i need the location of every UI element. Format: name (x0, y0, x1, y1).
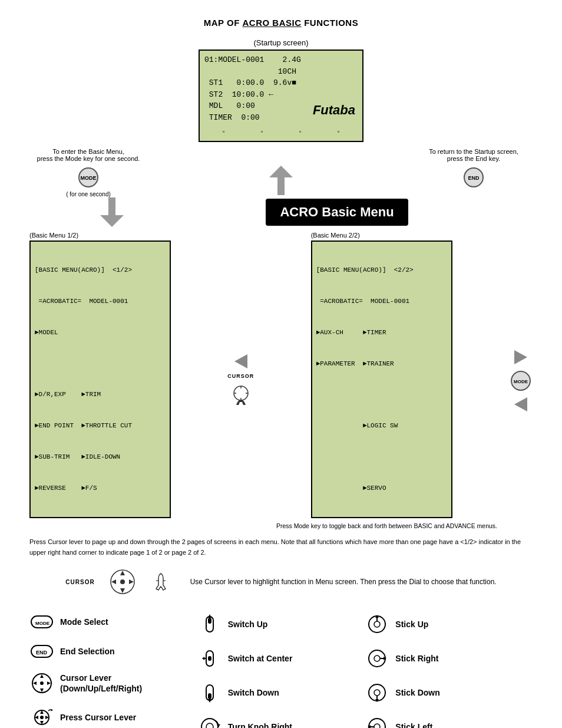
svg-point-68 (374, 621, 380, 627)
cursor-desc: Use Cursor lever to highlight function i… (190, 578, 497, 586)
legend-col-3: Stick Up Stick Right (365, 607, 533, 728)
svg-text:END: END (36, 650, 48, 655)
svg-point-34 (40, 716, 44, 719)
lcd-row-2: 10CH (204, 66, 358, 78)
basic-menu-1: [BASIC MENU(ACRO)] <1/2> =ACROBATIC= MOD… (29, 241, 171, 518)
svg-point-72 (374, 655, 380, 661)
startup-label: (Startup screen) (253, 38, 308, 47)
press-cursor-icon (29, 706, 54, 728)
stick-down-label: Stick Down (395, 687, 439, 698)
switch-center-icon (197, 647, 222, 670)
title-prefix: MAP OF (204, 18, 243, 28)
svg-text:MODE: MODE (514, 379, 528, 384)
stick-right-label: Stick Right (395, 653, 438, 664)
lcd-screen: 01:MODEL-0001 2.4G 10CH ST1 0:00.0 9.6v■… (199, 50, 363, 142)
nav-section: To enter the Basic Menu, press the Mode … (35, 148, 527, 197)
switch-up-label: Switch Up (228, 619, 268, 630)
legend-switch-down: Switch Down (197, 676, 365, 710)
stick-left-label: Stick Left (395, 722, 432, 728)
mode-note: Press Mode key to toggle back and forth … (29, 522, 497, 531)
svg-point-16 (120, 579, 125, 584)
legend-mode-select: MODE Mode Select (29, 607, 197, 637)
svg-rect-52 (208, 618, 211, 624)
title-highlight: ACRO BASIC (243, 18, 302, 28)
cursor-finger-icon (230, 384, 252, 407)
mode-key-icon: MODE (77, 166, 100, 189)
menu-left-arrow (234, 354, 247, 368)
acro-menu-label: ACRO Basic Menu (266, 199, 408, 226)
press-cursor-label: Press Cursor Lever (60, 712, 136, 723)
svg-text:END: END (468, 175, 480, 181)
switch-center-label: Switch at Center (228, 653, 293, 664)
svg-point-80 (374, 724, 380, 728)
page-title: MAP OF ACRO BASIC FUNCTIONS (29, 18, 533, 28)
stick-up-icon (365, 613, 389, 635)
legend-section: MODE Mode Select END End Selection (29, 607, 533, 728)
cursor-cross-icon (109, 568, 136, 595)
nav-left-text: To enter the Basic Menu, press the Mode … (37, 148, 140, 162)
mode-key-icon-2: MODE (509, 369, 533, 393)
lcd-bottom: ◦◦◦◦ (204, 127, 358, 137)
cursor-finger-icon-2 (148, 569, 174, 595)
end-selection-label: End Selection (60, 646, 115, 657)
basic-menu-2-title: (Basic Menu 2/2) (311, 232, 360, 239)
basic-menu-1-area: (Basic Menu 1/2) [BASIC MENU(ACRO)] <1/2… (29, 232, 171, 518)
legend-press-cursor: Press Cursor Lever (29, 700, 197, 728)
stick-up-label: Stick Up (395, 619, 428, 630)
nav-left: To enter the Basic Menu, press the Mode … (35, 148, 141, 197)
svg-marker-13 (120, 588, 125, 593)
nav-center (269, 166, 293, 195)
svg-rect-59 (208, 693, 211, 699)
legend-cursor-lever: Cursor Lever(Down/Up/Left/Right) (29, 666, 197, 700)
legend-stick-up: Stick Up (365, 607, 533, 641)
basic-menu-2: [BASIC MENU(ACRO)] <2/2> =ACROBATIC= MOD… (311, 241, 452, 518)
mode-select-label: Mode Select (60, 617, 108, 627)
svg-marker-25 (40, 689, 44, 692)
legend-end-selection: END End Selection (29, 637, 197, 666)
cursor-note: CURSOR (227, 373, 254, 379)
title-suffix: FUNCTIONS (302, 18, 359, 28)
svg-marker-57 (202, 657, 204, 660)
svg-rect-55 (208, 656, 211, 661)
turn-knob-right-icon (197, 716, 222, 728)
legend-col-1: MODE Mode Select END End Selection (29, 607, 197, 728)
legend-col-2: Switch Up Switch at Center (197, 607, 365, 728)
switch-down-label: Switch Down (228, 687, 279, 698)
cursor-lever-icon (29, 672, 54, 694)
stick-left-icon (365, 716, 389, 728)
svg-marker-26 (33, 681, 37, 685)
menus-note: Press Cursor lever to page up and down t… (29, 537, 533, 558)
nav-right: To return to the Startup screen, press t… (421, 148, 527, 189)
cursor-lever-label: Cursor Lever(Down/Up/Left/Right) (60, 673, 142, 694)
basic-menu-1-title: (Basic Menu 1/2) (29, 232, 78, 239)
lcd-row-4: ST2 10:00.0 ← (204, 89, 358, 101)
startup-area: (Startup screen) 01:MODEL-0001 2.4G 10CH… (29, 38, 533, 142)
legend-turn-knob-right: Turn Knob Right (197, 710, 365, 728)
lcd-row-1: 01:MODEL-0001 2.4G (204, 54, 358, 66)
cursor-section: CURSOR Use Cursor lever to highlight fun… (29, 568, 533, 595)
acro-row: ACRO Basic Menu (29, 197, 533, 227)
svg-marker-24 (40, 674, 44, 678)
svg-point-28 (40, 681, 44, 685)
nav-right-text: To return to the Startup screen, press t… (429, 148, 518, 162)
menu-right-area: MODE (509, 350, 533, 411)
end-selection-icon: END (29, 643, 54, 660)
stick-down-icon (365, 681, 389, 704)
legend-stick-down: Stick Down (365, 676, 533, 710)
nav-left-sub: ( for one second) (66, 191, 111, 197)
svg-text:MODE: MODE (81, 175, 97, 181)
svg-marker-60 (208, 699, 211, 703)
svg-text:MODE: MODE (35, 621, 50, 626)
switch-up-icon (197, 613, 222, 635)
big-up-arrow (269, 166, 293, 195)
svg-marker-14 (111, 579, 116, 584)
turn-knob-right-label: Turn Knob Right (228, 722, 292, 728)
svg-point-62 (206, 723, 213, 728)
lcd-row-3: ST1 0:00.0 9.6v■ (204, 77, 358, 89)
legend-switch-center: Switch at Center (197, 641, 365, 676)
svg-point-76 (374, 690, 380, 696)
switch-down-icon (197, 681, 222, 704)
menus-row: (Basic Menu 1/2) [BASIC MENU(ACRO)] <1/2… (29, 232, 533, 518)
legend-switch-up: Switch Up (197, 607, 365, 641)
big-down-arrow (100, 197, 124, 227)
